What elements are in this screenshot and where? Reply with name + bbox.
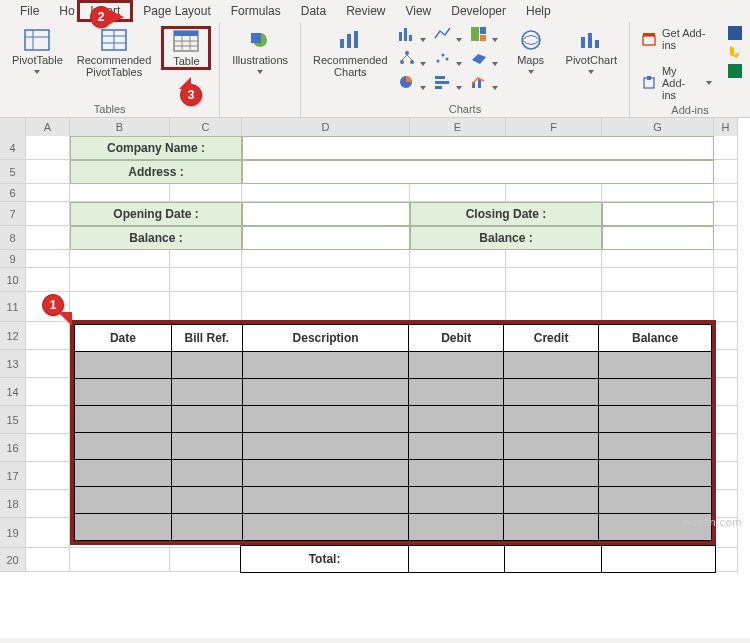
- ledger-table: Date Bill Ref. Description Debit Credit …: [74, 324, 712, 541]
- worksheet[interactable]: A B C D E F G H 4 Company Name : 5 Addre…: [0, 118, 750, 638]
- group-illustrations: Illustrations Illustrations: [220, 22, 301, 117]
- svg-rect-44: [643, 33, 655, 36]
- row-header[interactable]: 15: [0, 406, 26, 434]
- row-header[interactable]: 8: [0, 226, 26, 250]
- tab-home[interactable]: Ho: [49, 1, 77, 21]
- pivotchart-button[interactable]: PivotChart: [562, 26, 621, 76]
- ledger-selection[interactable]: Date Bill Ref. Description Debit Credit …: [70, 320, 716, 573]
- tab-review[interactable]: Review: [336, 1, 395, 21]
- label-address: Address :: [70, 160, 242, 184]
- tab-page-layout[interactable]: Page Layout: [133, 1, 220, 21]
- row-header[interactable]: 16: [0, 434, 26, 462]
- ledger-header-credit: Credit: [504, 325, 599, 352]
- table-label: Table: [173, 55, 199, 67]
- tab-data[interactable]: Data: [291, 1, 336, 21]
- row-header[interactable]: 19: [0, 518, 26, 548]
- my-addins-button[interactable]: My Add-ins: [638, 64, 716, 102]
- tab-view[interactable]: View: [395, 1, 441, 21]
- people-graph-icon[interactable]: [728, 64, 742, 81]
- svg-point-24: [405, 51, 409, 55]
- row-header[interactable]: 9: [0, 250, 26, 268]
- col-header[interactable]: B: [70, 118, 170, 137]
- svg-line-28: [407, 55, 412, 60]
- svg-rect-23: [480, 35, 486, 41]
- input-company-name[interactable]: [242, 136, 714, 160]
- ledger-total-debit: [409, 546, 505, 573]
- svg-rect-41: [588, 33, 592, 48]
- row-header[interactable]: 6: [0, 184, 26, 202]
- chart-type-pie-icon[interactable]: [398, 74, 428, 96]
- bing-icon[interactable]: [728, 45, 742, 62]
- row-header[interactable]: 20: [0, 548, 26, 572]
- row-header[interactable]: 11: [0, 292, 26, 322]
- get-addins-button[interactable]: Get Add-ins: [638, 26, 716, 52]
- chart-type-surface-icon[interactable]: [470, 50, 500, 72]
- group-charts: Recommended Charts Maps PivotChart: [301, 22, 630, 117]
- chart-type-column-icon[interactable]: [398, 26, 428, 48]
- label-opening-date: Opening Date :: [70, 202, 242, 226]
- svg-rect-0: [25, 30, 49, 50]
- row-header[interactable]: 17: [0, 462, 26, 490]
- chart-type-treemap-icon[interactable]: [470, 26, 500, 48]
- my-addins-label: My Add-ins: [662, 65, 696, 101]
- chart-type-scatter-icon[interactable]: [434, 50, 464, 72]
- chart-type-combo-icon[interactable]: [470, 74, 500, 96]
- addins-icon: [642, 75, 656, 91]
- pivottable-button[interactable]: PivotTable: [8, 26, 67, 76]
- pivottable-label: PivotTable: [12, 54, 63, 66]
- row-header[interactable]: 14: [0, 378, 26, 406]
- row-header[interactable]: 5: [0, 160, 26, 184]
- ledger-total-row: Total:: [70, 545, 716, 573]
- chart-type-hierarchy-icon[interactable]: [398, 50, 428, 72]
- row-header[interactable]: 18: [0, 490, 26, 518]
- pivottable-icon: [23, 28, 51, 52]
- row-header[interactable]: 7: [0, 202, 26, 226]
- recommended-pivottables-label: Recommended PivotTables: [77, 54, 152, 78]
- col-header[interactable]: G: [602, 118, 714, 137]
- svg-rect-47: [728, 26, 742, 40]
- select-all-corner[interactable]: [0, 118, 26, 137]
- recommended-pivottables-button[interactable]: Recommended PivotTables: [73, 26, 156, 80]
- row-header[interactable]: 12: [0, 322, 26, 350]
- svg-rect-40: [581, 37, 585, 48]
- col-header[interactable]: H: [714, 118, 738, 137]
- col-header[interactable]: E: [410, 118, 506, 137]
- svg-rect-34: [435, 76, 445, 79]
- input-opening-date[interactable]: [242, 202, 410, 226]
- input-closing-balance[interactable]: [602, 226, 714, 250]
- input-opening-balance[interactable]: [242, 226, 410, 250]
- ledger-total-balance: [601, 546, 715, 573]
- maps-button[interactable]: Maps: [506, 26, 556, 76]
- row-header[interactable]: 13: [0, 350, 26, 378]
- tab-developer[interactable]: Developer: [441, 1, 516, 21]
- chart-type-line-icon[interactable]: [434, 26, 464, 48]
- get-addins-label: Get Add-ins: [662, 27, 712, 51]
- row-header[interactable]: 4: [0, 136, 26, 160]
- col-header[interactable]: A: [26, 118, 70, 137]
- svg-point-25: [400, 60, 404, 64]
- ledger-header-balance: Balance: [599, 325, 712, 352]
- dropdown-caret-icon: [528, 68, 534, 74]
- svg-rect-38: [478, 79, 481, 88]
- office-addin-icon[interactable]: [728, 26, 742, 43]
- recommended-charts-button[interactable]: Recommended Charts: [309, 26, 392, 80]
- input-closing-date[interactable]: [602, 202, 714, 226]
- table-icon: [172, 29, 200, 53]
- svg-rect-43: [643, 36, 655, 45]
- input-address[interactable]: [242, 160, 714, 184]
- row-header[interactable]: 10: [0, 268, 26, 292]
- illustrations-button[interactable]: Illustrations: [228, 26, 292, 76]
- svg-rect-8: [174, 31, 198, 36]
- col-header[interactable]: D: [242, 118, 410, 137]
- tab-help[interactable]: Help: [516, 1, 561, 21]
- col-header[interactable]: F: [506, 118, 602, 137]
- svg-point-31: [445, 58, 448, 61]
- tab-file[interactable]: File: [10, 1, 49, 21]
- label-opening-balance: Balance :: [70, 226, 242, 250]
- svg-point-29: [436, 60, 439, 63]
- chart-type-bar-icon[interactable]: [434, 74, 464, 96]
- tab-formulas[interactable]: Formulas: [221, 1, 291, 21]
- ledger-header-debit: Debit: [409, 325, 504, 352]
- table-button[interactable]: Table: [161, 26, 211, 70]
- col-header[interactable]: C: [170, 118, 242, 137]
